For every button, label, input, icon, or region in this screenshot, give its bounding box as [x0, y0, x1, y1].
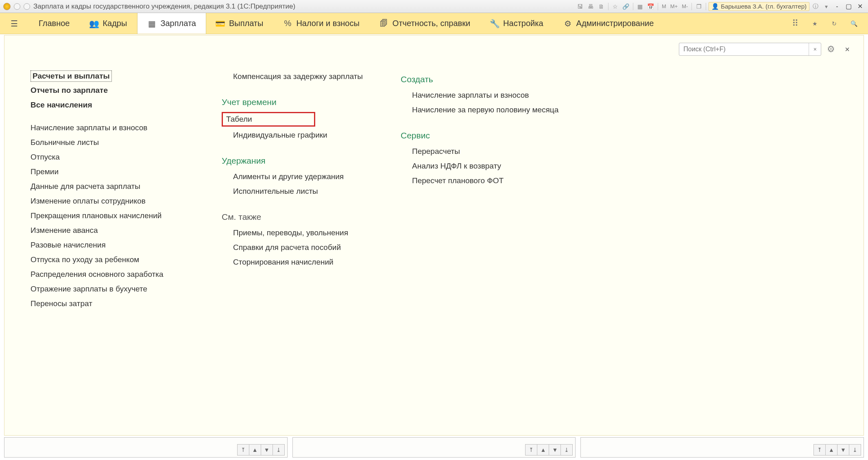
link-item[interactable]: Разовые начисления — [31, 239, 197, 251]
link-vse-nachisleniya[interactable]: Все начисления — [31, 99, 197, 111]
panel-scroll-bottom-icon[interactable]: ⤓ — [273, 444, 285, 456]
link-item[interactable]: Сторнирования начислений — [222, 256, 376, 268]
link-item[interactable]: Анализ НДФЛ к возврату — [401, 160, 571, 172]
apps-grid-icon[interactable]: ⠿ — [790, 18, 800, 29]
nav-item-nastroika[interactable]: 🔧 Настройка — [480, 13, 553, 34]
window-title: Зарплата и кадры государственного учрежд… — [33, 2, 295, 11]
nav-item-label: Кадры — [103, 19, 127, 28]
link-otchety-zarplata[interactable]: Отчеты по зарплате — [31, 84, 197, 96]
link-item[interactable]: Исполнительные листы — [222, 185, 376, 197]
link-item[interactable]: Приемы, переводы, увольнения — [222, 227, 376, 239]
link-item[interactable]: Отражение зарплаты в бухучете — [31, 283, 197, 295]
link-item[interactable]: Больничные листы — [31, 136, 197, 149]
toolbar-window-icon[interactable]: ❐ — [694, 2, 703, 11]
link-raschety-vyplaty[interactable]: Расчеты и выплаты — [31, 70, 112, 82]
nav-back-icon[interactable] — [14, 3, 20, 10]
panel-scroll-top-icon[interactable]: ⤒ — [237, 444, 249, 456]
link-item[interactable]: Начисление зарплаты и взносов — [31, 122, 197, 134]
search-field[interactable]: × — [679, 43, 821, 56]
user-name: Барышева З.А. (гл. бухгалтер) — [721, 3, 807, 10]
link-item[interactable]: Распределения основного заработка — [31, 268, 197, 280]
search-input[interactable] — [679, 46, 809, 53]
history-icon[interactable]: ↻ — [829, 18, 840, 29]
user-icon: 👤 — [711, 3, 719, 10]
toolbar-info-icon[interactable]: ⓘ — [811, 2, 820, 11]
user-chip[interactable]: 👤 Барышева З.А. (гл. бухгалтер) — [709, 2, 809, 11]
nav-item-kadry[interactable]: 👥 Кадры — [80, 13, 137, 34]
link-item[interactable]: Изменение оплаты сотрудников — [31, 195, 197, 207]
panel-scroll-bottom-icon[interactable]: ⤓ — [849, 444, 861, 456]
search-icon[interactable]: 🔍 — [848, 18, 859, 29]
nav-item-nalogi[interactable]: % Налоги и взносы — [273, 13, 369, 34]
nav-forward-icon[interactable] — [24, 3, 30, 10]
link-item[interactable]: Отпуска по уходу за ребенком — [31, 254, 197, 266]
titlebar: Зарплата и кадры государственного учрежд… — [0, 0, 868, 13]
link-item[interactable]: Начисление зарплаты и взносов — [401, 89, 571, 101]
settings-gear-icon[interactable]: ⚙ — [825, 43, 837, 55]
section-sozdat: Создать — [401, 70, 571, 87]
column-left: Расчеты и выплаты Отчеты по зарплате Все… — [31, 70, 197, 310]
bottom-panels: ⤒ ▲ ▼ ⤓ ⤒ ▲ ▼ ⤓ ⤒ ▲ ▼ ⤓ — [4, 437, 864, 458]
link-item[interactable]: Данные для расчета зарплаты — [31, 180, 197, 193]
panel-scroll-down-icon[interactable]: ▼ — [837, 444, 849, 456]
nav-item-admin[interactable]: ⚙ Администрирование — [554, 13, 664, 34]
link-item[interactable]: Премии — [31, 166, 197, 178]
toolbar-dropdown-icon[interactable]: ▾ — [822, 2, 831, 11]
nav-item-main[interactable]: Главное — [29, 13, 80, 34]
nav-item-label: Зарплата — [160, 19, 196, 28]
link-item[interactable]: Алименты и другие удержания — [222, 171, 376, 183]
panel-scroll-top-icon[interactable]: ⤒ — [813, 444, 826, 456]
toolbar-star-icon[interactable]: ☆ — [611, 2, 620, 11]
panel-scroll-top-icon[interactable]: ⤒ — [525, 444, 537, 456]
nav-item-label: Отчетность, справки — [393, 19, 470, 28]
search-clear-button[interactable]: × — [809, 43, 821, 55]
percent-icon: % — [283, 19, 292, 28]
nav-item-vyplaty[interactable]: 💳 Выплаты — [206, 13, 273, 34]
section-servis: Сервис — [401, 127, 571, 143]
link-item[interactable]: Изменение аванса — [31, 224, 197, 237]
link-item[interactable]: Справки для расчета пособий — [222, 241, 376, 254]
toolbar-doc-icon[interactable]: 🗎 — [597, 2, 606, 11]
nav-item-label: Настройка — [503, 19, 543, 28]
link-item[interactable]: Переносы затрат — [31, 298, 197, 310]
calc-m-plus[interactable]: M+ — [669, 3, 679, 9]
link-item[interactable]: Перерасчеты — [401, 145, 571, 158]
panel-scroll-down-icon[interactable]: ▼ — [549, 444, 561, 456]
nav-menu-button[interactable]: ☰ — [0, 13, 29, 34]
nav-item-otchetnost[interactable]: 🗐 Отчетность, справки — [370, 13, 480, 34]
link-tabeli-highlighted[interactable]: Табели — [222, 112, 315, 127]
calc-m-minus[interactable]: M- — [680, 3, 689, 9]
link-kompensatsiya[interactable]: Компенсация за задержку зарплаты — [222, 70, 376, 83]
panel-scroll-bottom-icon[interactable]: ⤓ — [560, 444, 573, 456]
toolbar-print-icon[interactable]: 🖶 — [586, 2, 595, 11]
column-middle: Компенсация за задержку зарплаты Учет вр… — [222, 70, 376, 310]
panel-scroll-up-icon[interactable]: ▲ — [249, 444, 261, 456]
content-toolbar: × ⚙ × — [14, 43, 854, 56]
table-icon: ▦ — [147, 19, 156, 28]
window-maximize[interactable]: ▢ — [844, 2, 853, 11]
link-item[interactable]: Пересчет планового ФОТ — [401, 175, 571, 187]
panel-scroll-up-icon[interactable]: ▲ — [537, 444, 549, 456]
link-item[interactable]: Отпуска — [31, 151, 197, 163]
toolbar-grid-icon[interactable]: ▦ — [636, 2, 645, 11]
nav-item-zarplata[interactable]: ▦ Зарплата — [137, 13, 206, 34]
nav-item-label: Налоги и взносы — [296, 19, 359, 28]
link-individualnye-grafiki[interactable]: Индивидуальные графики — [222, 129, 376, 141]
section-uchet-vremeni: Учет времени — [222, 93, 376, 110]
panel-scroll-down-icon[interactable]: ▼ — [261, 444, 273, 456]
wrench-icon: 🔧 — [490, 19, 499, 28]
panel-scroll-up-icon[interactable]: ▲ — [825, 444, 837, 456]
toolbar-save-icon[interactable]: 🖫 — [576, 2, 584, 11]
window-close[interactable]: ✕ — [855, 2, 865, 11]
bottom-panel-3: ⤒ ▲ ▼ ⤓ — [580, 437, 864, 458]
toolbar-calendar-icon[interactable]: 📅 — [646, 2, 655, 11]
toolbar-link-icon[interactable]: 🔗 — [622, 2, 630, 11]
link-item[interactable]: Прекращения плановых начислений — [31, 210, 197, 222]
content-area: × ⚙ × Расчеты и выплаты Отчеты по зарпла… — [4, 35, 864, 436]
link-item[interactable]: Начисление за первую половину месяца — [401, 104, 571, 116]
window-minimize[interactable]: - — [832, 2, 842, 11]
section-uderzhaniya: Удержания — [222, 152, 376, 168]
panel-close-button[interactable]: × — [841, 44, 854, 55]
calc-m[interactable]: M — [661, 3, 667, 9]
favorites-star-icon[interactable]: ★ — [809, 18, 820, 29]
